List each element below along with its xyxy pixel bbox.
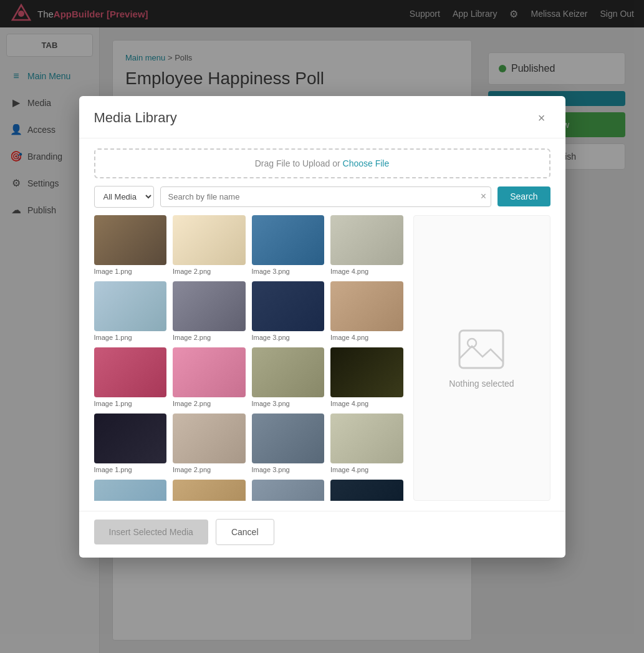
media-thumbnail — [173, 347, 246, 397]
media-label: Image 3.png — [252, 334, 325, 341]
upload-area[interactable]: Drag File to Upload or Choose File — [94, 148, 550, 178]
media-thumbnail — [173, 215, 246, 265]
media-item[interactable]: Image 3.png — [252, 480, 325, 501]
preview-placeholder: Nothing selected — [449, 327, 514, 389]
media-label: Image 4.png — [330, 334, 403, 341]
modal-overlay[interactable]: Media Library × Drag File to Upload or C… — [0, 0, 644, 653]
media-label: Image 3.png — [252, 400, 325, 407]
media-thumbnail — [94, 347, 167, 397]
media-label: Image 1.png — [94, 466, 167, 473]
media-item[interactable]: Image 1.png — [94, 414, 167, 473]
preview-text: Nothing selected — [449, 379, 514, 389]
modal-footer: Insert Selected Media Cancel — [79, 511, 565, 558]
preview-panel: Nothing selected — [413, 215, 550, 501]
media-label: Image 4.png — [330, 466, 403, 473]
media-item[interactable]: Image 4.png — [330, 281, 403, 341]
media-thumbnail — [330, 480, 403, 501]
media-item[interactable]: Image 4.png — [330, 215, 403, 275]
media-thumbnail — [252, 215, 325, 265]
media-grid: Image 1.pngImage 2.pngImage 3.pngImage 4… — [94, 215, 403, 501]
modal-header: Media Library × — [79, 96, 565, 138]
media-item[interactable]: Image 2.png — [173, 215, 246, 275]
preview-placeholder-icon — [456, 327, 506, 371]
media-thumbnail — [173, 480, 246, 501]
media-label: Image 2.png — [173, 466, 246, 473]
media-item[interactable]: Image 4.png — [330, 414, 403, 473]
search-button[interactable]: Search — [497, 186, 550, 206]
media-item[interactable]: Image 2.png — [173, 281, 246, 341]
media-thumbnail — [252, 347, 325, 397]
media-label: Image 3.png — [252, 466, 325, 473]
search-input-wrap: × — [160, 186, 492, 207]
media-thumbnail — [330, 414, 403, 463]
media-filter-select[interactable]: All Media — [94, 186, 154, 208]
media-thumbnail — [94, 281, 167, 331]
media-item[interactable]: Image 1.png — [94, 480, 167, 501]
media-item[interactable]: Image 4.png — [330, 480, 403, 501]
media-library-modal: Media Library × Drag File to Upload or C… — [79, 96, 565, 558]
media-thumbnail — [94, 215, 167, 265]
media-label: Image 1.png — [94, 400, 167, 407]
svg-rect-2 — [459, 331, 503, 368]
search-input[interactable] — [160, 186, 492, 207]
media-thumbnail — [252, 414, 325, 463]
media-label: Image 2.png — [173, 400, 246, 407]
insert-media-button[interactable]: Insert Selected Media — [94, 520, 208, 544]
media-item[interactable]: Image 1.png — [94, 215, 167, 275]
search-clear-button[interactable]: × — [481, 191, 486, 202]
media-thumbnail — [252, 281, 325, 331]
media-thumbnail — [94, 480, 167, 501]
close-button[interactable]: × — [533, 109, 550, 128]
media-item[interactable]: Image 2.png — [173, 480, 246, 501]
media-item[interactable]: Image 2.png — [173, 414, 246, 473]
media-thumbnail — [330, 215, 403, 265]
choose-file-link[interactable]: Choose File — [343, 158, 390, 168]
media-thumbnail — [94, 414, 167, 463]
media-label: Image 1.png — [94, 268, 167, 275]
cancel-button[interactable]: Cancel — [216, 519, 274, 545]
media-item[interactable]: Image 3.png — [252, 414, 325, 473]
media-item[interactable]: Image 1.png — [94, 281, 167, 341]
media-thumbnail — [173, 414, 246, 463]
media-item[interactable]: Image 3.png — [252, 347, 325, 407]
media-thumbnail — [173, 281, 246, 331]
media-item[interactable]: Image 2.png — [173, 347, 246, 407]
media-label: Image 2.png — [173, 268, 246, 275]
upload-text: Drag File to Upload or — [255, 158, 343, 168]
media-label: Image 3.png — [252, 268, 325, 275]
media-thumbnail — [330, 347, 403, 397]
media-label: Image 4.png — [330, 268, 403, 275]
modal-toolbar: All Media × Search — [79, 178, 565, 215]
media-label: Image 2.png — [173, 334, 246, 341]
media-item[interactable]: Image 3.png — [252, 215, 325, 275]
media-grid-wrap: Image 1.pngImage 2.pngImage 3.pngImage 4… — [94, 215, 403, 501]
media-label: Image 4.png — [330, 400, 403, 407]
modal-title: Media Library — [94, 110, 177, 126]
modal-body: Image 1.pngImage 2.pngImage 3.pngImage 4… — [79, 215, 565, 511]
media-thumbnail — [252, 480, 325, 501]
media-label: Image 1.png — [94, 334, 167, 341]
media-thumbnail — [330, 281, 403, 331]
media-item[interactable]: Image 3.png — [252, 281, 325, 341]
media-item[interactable]: Image 1.png — [94, 347, 167, 407]
media-item[interactable]: Image 4.png — [330, 347, 403, 407]
